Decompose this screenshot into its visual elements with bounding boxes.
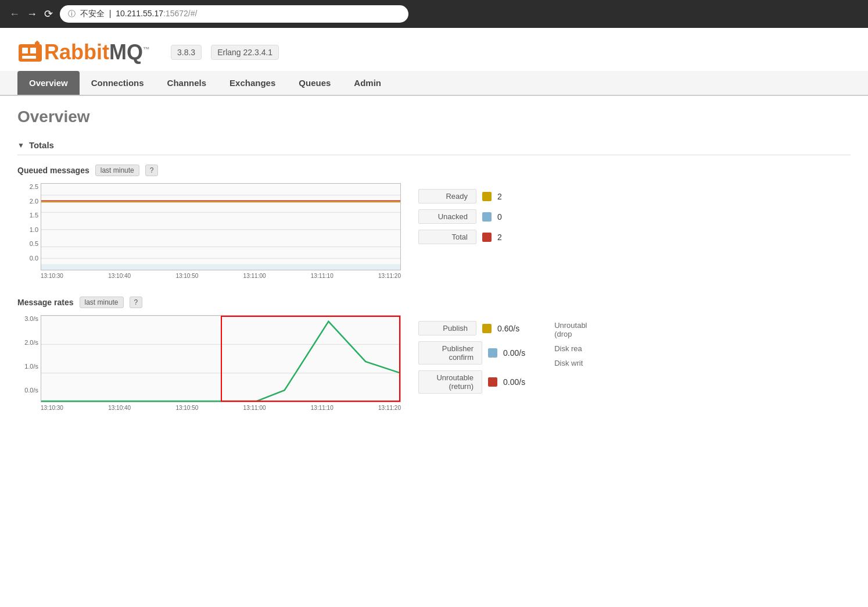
legend-item-publish: Publish 0.60/s — [418, 321, 525, 335]
legend-item-unacked: Unacked 0 — [418, 209, 502, 224]
header: RabbitMQ™ 3.8.3 Erlang 22.3.4.1 — [0, 28, 868, 71]
legend-swatch-ready — [482, 192, 492, 201]
message-rates-help[interactable]: ? — [130, 297, 143, 308]
message-rates-legend: Publish 0.60/s Publisherconfirm 0.00/s U… — [418, 321, 525, 394]
message-rates-legend-right: Unroutabl(drop Disk rea Disk writ — [554, 321, 587, 367]
legend-label-publish: Publish — [418, 321, 476, 335]
tab-channels[interactable]: Channels — [156, 71, 218, 95]
message-rates-x-axis: 13:10:30 13:10:40 13:10:50 13:11:00 13:1… — [41, 402, 401, 411]
legend-value-total: 2 — [497, 233, 502, 242]
legend-swatch-total — [482, 233, 492, 242]
legend-value-unacked: 0 — [497, 212, 502, 222]
tab-admin[interactable]: Admin — [342, 71, 393, 95]
back-button[interactable]: ← — [9, 9, 20, 19]
browser-chrome: ← → ⟳ ⓘ 不安全 | 10.211.55.17:15672/#/ — [0, 0, 868, 28]
queued-messages-chart — [41, 183, 401, 270]
message-rates-chart-container: 3.0/s 2.0/s 1.0/s 0.0/s — [17, 315, 401, 411]
legend-item-unroutable-drop: Unroutabl(drop — [554, 321, 587, 338]
legend-item-unroutable-return: Unroutable(return) 0.00/s — [418, 370, 525, 394]
legend-value-ready: 2 — [497, 192, 502, 201]
tab-exchanges[interactable]: Exchanges — [218, 71, 287, 95]
legend-label-unacked: Unacked — [418, 209, 476, 224]
page-content: RabbitMQ™ 3.8.3 Erlang 22.3.4.1 Overview… — [0, 28, 868, 607]
tab-overview[interactable]: Overview — [17, 71, 80, 95]
legend-value-disk-write: Disk writ — [554, 359, 583, 367]
legend-item-disk-write: Disk writ — [554, 359, 587, 367]
legend-value-unroutable-return: 0.00/s — [503, 377, 525, 387]
legend-item-total: Total 2 — [418, 230, 502, 244]
queued-messages-label: Queued messages — [17, 166, 89, 175]
tab-connections[interactable]: Connections — [80, 71, 156, 95]
queued-messages-x-axis: 13:10:30 13:10:40 13:10:50 13:11:00 13:1… — [41, 270, 401, 279]
queued-messages-time-range[interactable]: last minute — [95, 165, 139, 176]
erlang-badge: Erlang 22.3.4.1 — [211, 45, 279, 60]
page-title: Overview — [17, 108, 851, 126]
forward-button[interactable]: → — [27, 9, 37, 19]
svg-rect-2 — [30, 48, 36, 53]
queued-messages-help[interactable]: ? — [145, 165, 159, 176]
message-rates-y-axis: 3.0/s 2.0/s 1.0/s 0.0/s — [17, 315, 41, 394]
legend-swatch-unroutable-return — [488, 377, 497, 387]
legend-swatch-publisher-confirm — [488, 348, 497, 358]
svg-rect-1 — [22, 48, 28, 53]
legend-item-disk-read: Disk rea — [554, 344, 587, 353]
legend-value-unroutable-drop: Unroutabl(drop — [554, 321, 587, 338]
reload-button[interactable]: ⟳ — [44, 9, 53, 19]
queued-messages-legend: Ready 2 Unacked 0 Total 2 — [418, 189, 502, 244]
message-rates-label-row: Message rates last minute ? — [17, 297, 851, 308]
version-badge: 3.8.3 — [171, 45, 202, 60]
legend-value-publish: 0.60/s — [497, 324, 519, 333]
legend-swatch-publish — [482, 324, 492, 333]
legend-label-total: Total — [418, 230, 476, 244]
totals-label: Totals — [29, 140, 54, 150]
logo-text: RabbitMQ™ — [44, 40, 150, 65]
svg-rect-13 — [41, 264, 400, 270]
address-bar[interactable]: ⓘ 不安全 | 10.211.55.17:15672/#/ — [60, 5, 408, 23]
message-rates-label: Message rates — [17, 298, 74, 307]
logo: RabbitMQ™ — [17, 40, 150, 65]
message-rates-section: Message rates last minute ? 3.0/s 2.0/s … — [17, 297, 851, 411]
rabbitmq-logo-icon — [17, 40, 43, 65]
legend-label-unroutable-return: Unroutable(return) — [418, 370, 482, 394]
message-rates-chart-area: 3.0/s 2.0/s 1.0/s 0.0/s — [17, 315, 851, 411]
url-text: 不安全 | 10.211.55.17:15672/#/ — [80, 9, 197, 19]
security-icon: ⓘ — [68, 9, 76, 19]
message-rates-time-range[interactable]: last minute — [80, 297, 124, 308]
legend-label-ready: Ready — [418, 189, 476, 203]
main-content: Overview ▼ Totals Queued messages last m… — [0, 96, 868, 440]
legend-item-ready: Ready 2 — [418, 189, 502, 203]
legend-label-publisher-confirm: Publisherconfirm — [418, 341, 482, 365]
queued-messages-label-row: Queued messages last minute ? — [17, 165, 851, 176]
legend-value-disk-read: Disk rea — [554, 344, 582, 353]
collapse-arrow[interactable]: ▼ — [17, 141, 24, 149]
message-rates-chart — [41, 315, 401, 402]
legend-item-publisher-confirm: Publisherconfirm 0.00/s — [418, 341, 525, 365]
totals-section-header: ▼ Totals — [17, 135, 851, 155]
queued-messages-y-axis: 2.5 2.0 1.5 1.0 0.5 0.0 — [17, 183, 41, 262]
queued-messages-chart-container: 2.5 2.0 1.5 1.0 0.5 0.0 — [17, 183, 401, 279]
svg-rect-5 — [36, 41, 38, 44]
legend-swatch-unacked — [482, 212, 492, 222]
legend-value-publisher-confirm: 0.00/s — [503, 348, 525, 358]
nav-tabs: Overview Connections Channels Exchanges … — [0, 71, 868, 96]
tab-queues[interactable]: Queues — [287, 71, 342, 95]
queued-messages-section: Queued messages last minute ? 2.5 2.0 1.… — [17, 165, 851, 279]
svg-rect-3 — [22, 56, 36, 59]
queued-messages-chart-area: 2.5 2.0 1.5 1.0 0.5 0.0 — [17, 183, 851, 279]
